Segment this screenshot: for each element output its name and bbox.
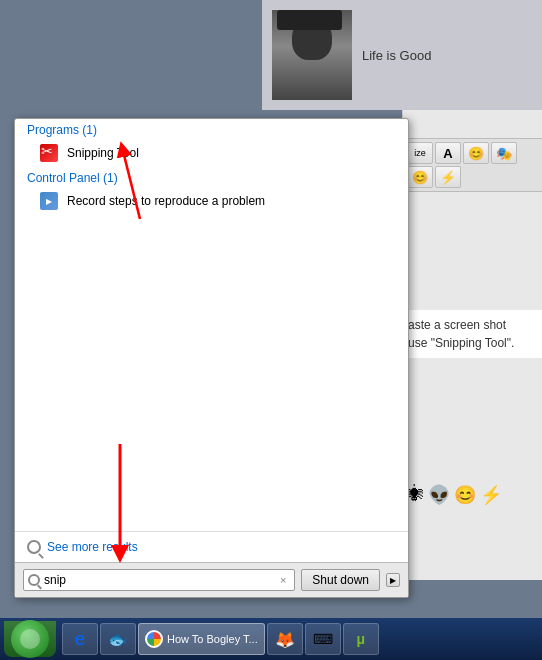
toolbar-area: ize A 😊 🎭 😊 ⚡ (403, 138, 542, 192)
ie-icon: e (69, 628, 91, 650)
search-bar: × Shut down ▶ (15, 562, 408, 597)
user-status-text: Life is Good (362, 48, 431, 63)
search-icon (28, 574, 40, 586)
search-input[interactable] (40, 572, 276, 588)
record-steps-icon: ▶ (39, 191, 59, 211)
chrome-icon (145, 630, 163, 648)
utorrent-icon: μ (350, 628, 372, 650)
font-size-btn[interactable]: ize (407, 142, 433, 164)
control-panel-section-label: Control Panel (1) (15, 167, 408, 187)
see-more-label: See more results (47, 540, 138, 554)
taskbar-item-chrome[interactable]: How To Bogley T... (138, 623, 265, 655)
magnifier-icon (27, 540, 41, 554)
see-more-results[interactable]: See more results (15, 531, 408, 562)
emoji-btn-sun[interactable]: 😊 (463, 142, 489, 164)
search-input-wrapper[interactable]: × (23, 569, 295, 591)
user-profile-area: Life is Good (262, 0, 542, 110)
shutdown-arrow-button[interactable]: ▶ (386, 573, 400, 587)
avatar-image (272, 10, 352, 100)
taskbar-item-utorrent[interactable]: μ (343, 623, 379, 655)
taskbar-item-app2[interactable]: 🐟 (100, 623, 136, 655)
emoji-alien: 👽 (428, 484, 450, 506)
emoji-btn-2[interactable]: 🎭 (491, 142, 517, 164)
taskbar-item-keyboard[interactable]: ⌨ (305, 623, 341, 655)
programs-section-label: Programs (1) (15, 119, 408, 139)
start-button[interactable] (4, 621, 56, 657)
start-menu: Programs (1) Snipping Tool Control Panel… (14, 118, 409, 598)
text-display: aste a screen shot use "Snipping Tool". (402, 310, 542, 358)
shutdown-button[interactable]: Shut down (301, 569, 380, 591)
taskbar-item-firefox[interactable]: 🦊 (267, 623, 303, 655)
emoji-extra: ⚡ (480, 484, 502, 506)
record-steps-item[interactable]: ▶ Record steps to reproduce a problem (15, 187, 408, 215)
keyboard-icon: ⌨ (312, 628, 334, 650)
menu-content: Programs (1) Snipping Tool Control Panel… (15, 119, 408, 531)
record-steps-label: Record steps to reproduce a problem (67, 194, 265, 208)
snipping-tool-icon (39, 143, 59, 163)
search-clear-button[interactable]: × (276, 573, 290, 587)
snipping-tool-item[interactable]: Snipping Tool (15, 139, 408, 167)
firefox-icon: 🦊 (274, 628, 296, 650)
snipping-tool-label: Snipping Tool (67, 146, 139, 160)
taskbar: e 🐟 How To Bogley T... 🦊 ⌨ μ (0, 618, 542, 660)
emoji-smiley: 😊 (454, 484, 476, 506)
emoji-btn-4[interactable]: ⚡ (435, 166, 461, 188)
app2-icon: 🐟 (107, 628, 129, 650)
user-avatar (272, 10, 352, 100)
emoji-btn-3[interactable]: 😊 (407, 166, 433, 188)
font-btn-A[interactable]: A (435, 142, 461, 164)
start-orb (11, 620, 49, 658)
chrome-label: How To Bogley T... (167, 633, 258, 645)
emoji-row: 🕷 👽 😊 ⚡ (402, 480, 542, 510)
taskbar-item-ie[interactable]: e (62, 623, 98, 655)
